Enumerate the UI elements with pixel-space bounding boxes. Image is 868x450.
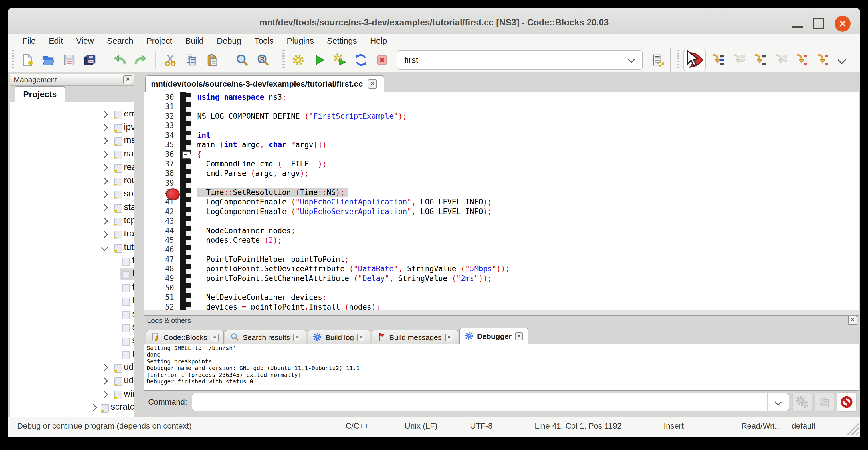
chevron-right-icon[interactable] <box>102 192 107 198</box>
paste-icon[interactable] <box>204 51 221 69</box>
chevron-right-icon[interactable] <box>102 165 107 171</box>
resize-grip[interactable] <box>844 421 859 435</box>
tree-item-nam[interactable]: nam <box>10 147 134 161</box>
save-icon[interactable] <box>61 51 78 69</box>
close-icon[interactable]: × <box>293 333 301 341</box>
build-target-combobox[interactable]: first <box>397 50 643 70</box>
tree-item-scratch[interactable]: scratch <box>10 400 134 414</box>
line-number[interactable]: 30 <box>144 92 174 102</box>
debug-continue-icon[interactable] <box>683 49 706 71</box>
chevron-down-icon[interactable] <box>833 51 850 69</box>
line-number[interactable]: 52 <box>144 302 174 310</box>
close-icon[interactable]: × <box>368 79 377 89</box>
logs-tab-debugger[interactable]: Debugger× <box>459 328 528 344</box>
undo-icon[interactable] <box>111 51 129 69</box>
line-number[interactable]: 36 <box>144 150 174 159</box>
line-number[interactable]: 34 <box>144 131 174 140</box>
line-number[interactable]: 31 <box>144 102 174 111</box>
logs-tab-code-blocks[interactable]: Code::Blocks× <box>146 330 224 344</box>
redo-icon[interactable] <box>132 51 150 69</box>
stop-icon[interactable] <box>837 392 857 412</box>
line-number[interactable]: 50 <box>144 283 174 293</box>
title-bar[interactable]: mnt/dev/tools/source/ns-3-dev/examples/t… <box>8 8 860 34</box>
toolbar-gripper[interactable] <box>12 50 14 70</box>
tree-item-fif[interactable]: fif <box>10 254 134 268</box>
chevron-right-icon[interactable] <box>102 232 107 238</box>
tree-item-trafl[interactable]: trafl <box>10 227 134 241</box>
run-to-cursor-icon[interactable] <box>709 51 726 69</box>
line-number[interactable]: 32 <box>144 112 174 121</box>
menu-item-debug[interactable]: Debug <box>210 36 248 46</box>
step-into-instruction-icon[interactable] <box>814 51 832 69</box>
menu-item-view[interactable]: View <box>70 36 100 46</box>
management-header[interactable]: Management × <box>10 74 134 86</box>
tree-item-th[interactable]: th <box>10 348 134 361</box>
build-and-run-icon[interactable] <box>331 51 349 69</box>
chevron-right-icon[interactable] <box>102 179 107 185</box>
tree-item-rout[interactable]: rout <box>10 174 134 188</box>
line-number[interactable]: 46 <box>144 245 174 254</box>
step-out-icon[interactable] <box>772 51 789 69</box>
horizontal-scrollbar[interactable] <box>144 309 859 316</box>
fold-collapse-icon[interactable] <box>182 151 190 159</box>
chevron-right-icon[interactable] <box>102 112 107 118</box>
run-icon[interactable] <box>310 51 328 69</box>
chevron-right-icon[interactable] <box>102 205 107 211</box>
line-number[interactable]: 35 <box>144 140 174 150</box>
menu-item-file[interactable]: File <box>16 36 42 46</box>
tree-item-six[interactable]: six <box>10 334 134 348</box>
build-target-options-icon[interactable] <box>649 51 666 69</box>
line-number[interactable]: 47 <box>144 255 174 264</box>
menu-item-search[interactable]: Search <box>100 36 140 46</box>
close-icon[interactable]: × <box>123 75 132 84</box>
line-number[interactable]: 45 <box>144 236 174 245</box>
chevron-right-icon[interactable] <box>102 219 107 225</box>
build-icon[interactable] <box>289 51 307 69</box>
code-editor[interactable]: 30using namespace ns3;3132NS_LOG_COMPONE… <box>144 92 859 310</box>
menu-item-settings[interactable]: Settings <box>320 36 364 46</box>
chevron-down-icon[interactable] <box>102 245 107 251</box>
close-icon[interactable]: × <box>515 332 523 340</box>
tree-item-se[interactable]: se <box>10 307 134 321</box>
tree-item-udp[interactable]: udp <box>10 361 134 374</box>
line-number[interactable]: 44 <box>144 226 174 236</box>
line-number[interactable]: 48 <box>144 264 174 274</box>
line-number[interactable]: 37 <box>144 159 174 169</box>
chevron-right-icon[interactable] <box>102 392 107 398</box>
logs-tab-build-log[interactable]: Build log× <box>308 330 370 344</box>
chevron-right-icon[interactable] <box>102 379 107 385</box>
menu-item-tools[interactable]: Tools <box>248 36 280 46</box>
new-file-icon[interactable] <box>19 51 36 69</box>
menu-item-edit[interactable]: Edit <box>42 36 70 46</box>
tree-item-mat[interactable]: mat <box>10 134 134 147</box>
replace-icon[interactable]: R <box>254 51 272 69</box>
logs-tab-build-messages[interactable]: Build messages× <box>372 330 458 344</box>
menu-item-build[interactable]: Build <box>179 36 210 46</box>
chevron-right-icon[interactable] <box>102 365 107 371</box>
toolbar-gripper[interactable] <box>282 50 285 70</box>
line-number[interactable]: 39 <box>144 178 174 188</box>
cut-icon[interactable] <box>161 51 179 69</box>
minimize-icon[interactable] <box>793 26 803 28</box>
tree-item-ipv6[interactable]: ipv6 <box>10 121 134 134</box>
line-number[interactable]: 49 <box>144 274 174 283</box>
copy-icon[interactable] <box>183 51 200 69</box>
tree-item-tcp[interactable]: tcp <box>10 214 134 228</box>
chevron-down-icon[interactable] <box>628 56 635 63</box>
tree-item-fo[interactable]: fo <box>10 281 134 294</box>
abort-build-icon[interactable] <box>373 51 391 69</box>
logs-tab-search-results[interactable]: Search results× <box>225 330 306 344</box>
find-icon[interactable] <box>233 51 251 69</box>
line-number[interactable]: 33 <box>144 121 174 130</box>
gears-icon[interactable] <box>792 392 812 412</box>
menu-item-plugins[interactable]: Plugins <box>280 36 320 46</box>
maximize-icon[interactable] <box>813 18 824 29</box>
close-icon[interactable]: × <box>357 333 365 341</box>
menu-item-help[interactable]: Help <box>364 36 394 46</box>
line-number[interactable]: 38 <box>144 169 174 178</box>
tab-projects[interactable]: Projects <box>14 86 65 102</box>
close-icon[interactable]: × <box>848 316 857 325</box>
tree-item-he[interactable]: he <box>10 294 134 307</box>
close-icon[interactable]: × <box>835 16 850 32</box>
tree-item-udp-[interactable]: udp- <box>10 374 134 387</box>
